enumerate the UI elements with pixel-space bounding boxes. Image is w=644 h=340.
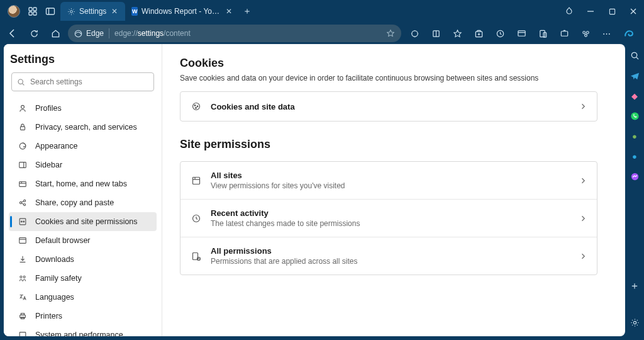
svg-point-44: [23, 221, 25, 222]
share-icon: [18, 198, 28, 208]
search-icon: [17, 78, 25, 86]
cookie-icon: [191, 101, 202, 112]
svg-point-58: [193, 103, 200, 110]
row-title: All sites: [211, 171, 570, 180]
settings-heading: Settings: [10, 53, 153, 66]
nav-item-languages[interactable]: Languages: [9, 288, 157, 307]
svg-line-40: [21, 201, 24, 203]
back-button[interactable]: [4, 25, 21, 42]
profile-avatar[interactable]: [8, 5, 20, 18]
new-tab-button[interactable]: ＋: [238, 2, 256, 21]
row-title: Cookies and site data: [211, 102, 570, 111]
lang-icon: [18, 292, 28, 302]
history-icon[interactable]: [492, 25, 508, 42]
nav-item-share-copy-and-paste[interactable]: Share, copy and paste: [9, 193, 157, 212]
chip-label: Edge: [86, 29, 104, 38]
nav-item-printers[interactable]: Printers: [9, 307, 157, 326]
row-subtitle: The latest changes made to site permissi…: [211, 219, 570, 228]
close-window-button[interactable]: [623, 0, 644, 23]
extensions-icon[interactable]: [406, 25, 423, 42]
svg-point-61: [196, 108, 197, 109]
favorites-icon[interactable]: [449, 25, 465, 42]
svg-point-47: [20, 276, 22, 278]
search-sidebar-icon[interactable]: [628, 49, 641, 62]
app-icon[interactable]: [513, 25, 530, 42]
nav-item-default-browser[interactable]: Default browser: [9, 231, 157, 250]
nav-item-sidebar[interactable]: Sidebar: [9, 156, 157, 174]
copilot-icon[interactable]: [620, 25, 636, 42]
section-title-cookies: Cookies: [180, 57, 597, 70]
chevron-right-icon: [579, 215, 587, 222]
collections-icon[interactable]: [470, 25, 487, 42]
edge-icon: [74, 30, 82, 38]
refresh-button[interactable]: [25, 25, 43, 42]
url-text: edge://settings/content: [114, 29, 191, 38]
messenger-icon[interactable]: [628, 170, 641, 183]
home-button[interactable]: [47, 25, 64, 42]
send-to-device-icon[interactable]: [535, 25, 551, 42]
screenshot-icon[interactable]: [556, 25, 572, 42]
minimize-button[interactable]: [580, 0, 601, 23]
nav-item-label: Printers: [35, 312, 62, 320]
tab-actions-icon[interactable]: [45, 6, 55, 16]
address-bar[interactable]: Edge edge://settings/content: [68, 25, 401, 42]
nav-item-downloads[interactable]: Downloads: [9, 250, 157, 269]
add-sidebar-item-button[interactable]: ＋: [628, 280, 641, 292]
more-menu-icon[interactable]: ⋯: [599, 25, 615, 42]
svg-line-28: [23, 83, 25, 85]
svg-rect-30: [21, 127, 25, 130]
nav-item-label: Profiles: [35, 104, 62, 113]
svg-rect-32: [19, 162, 26, 168]
row-all-sites[interactable]: All sitesView permissions for sites you'…: [180, 162, 597, 199]
app-icon-3[interactable]: ●: [628, 150, 641, 162]
svg-rect-62: [193, 177, 200, 184]
maximize-button[interactable]: [601, 0, 623, 23]
row-subtitle: Permissions that are applied across all …: [211, 257, 570, 266]
nav-item-label: Sidebar: [35, 161, 62, 169]
svg-rect-1: [33, 8, 36, 11]
page-content: Settings ProfilesPrivacy, search, and se…: [4, 44, 625, 336]
row-cookies-site-data[interactable]: Cookies and site data: [180, 92, 597, 121]
nav-item-appearance[interactable]: Appearance: [9, 137, 157, 156]
row-recent-activity[interactable]: Recent activityThe latest changes made t…: [180, 199, 597, 237]
tab-windows-report[interactable]: W Windows Report - Your go-to sou… ✕: [125, 2, 238, 21]
row-icon: [191, 251, 202, 262]
row-title: All permissions: [211, 246, 570, 256]
read-aloud-icon[interactable]: [428, 25, 444, 42]
telegram-icon[interactable]: [628, 69, 641, 82]
nav-item-start-home-and-new-tabs[interactable]: Start, home, and new tabs: [9, 174, 157, 193]
app-icon-2[interactable]: ●: [628, 130, 641, 142]
extensions-puzzle-icon[interactable]: [577, 25, 594, 42]
row-title: Recent activity: [211, 208, 570, 218]
app-icon-1[interactable]: ◆: [628, 89, 641, 102]
sidebar-settings-icon[interactable]: [628, 316, 641, 329]
nav-item-label: Privacy, search, and services: [35, 123, 137, 132]
close-icon[interactable]: ✕: [110, 7, 119, 16]
nav-item-cookies-and-site-permissions[interactable]: Cookies and site permissions: [9, 212, 157, 231]
nav-item-privacy-search-and-services[interactable]: Privacy, search, and services: [9, 118, 157, 137]
titlebar-left: [0, 5, 55, 18]
window-titlebar: Settings ✕ W Windows Report - Your go-to…: [0, 0, 644, 23]
site-identity-chip[interactable]: Edge: [74, 29, 104, 38]
browser-icon: [18, 235, 28, 246]
tab-settings[interactable]: Settings ✕: [60, 2, 125, 21]
row-all-permissions[interactable]: All permissionsPermissions that are appl…: [180, 237, 597, 275]
nav-item-system-and-performance[interactable]: System and performance: [9, 326, 157, 336]
palette-icon: [18, 141, 28, 151]
svg-point-43: [21, 221, 22, 222]
settings-sidebar: Settings ProfilesPrivacy, search, and se…: [4, 44, 162, 336]
svg-rect-45: [19, 238, 26, 244]
rewards-icon[interactable]: [558, 0, 580, 23]
workspaces-icon[interactable]: [28, 6, 38, 16]
whatsapp-icon[interactable]: [628, 110, 641, 122]
nav-item-family-safety[interactable]: Family safety: [9, 269, 157, 288]
site-favicon-icon: W: [131, 7, 138, 16]
settings-search[interactable]: [11, 72, 154, 91]
svg-point-37: [19, 201, 21, 203]
favorite-star-icon[interactable]: [386, 29, 395, 38]
nav-item-label: System and performance: [35, 331, 123, 336]
close-icon[interactable]: ✕: [226, 7, 232, 16]
nav-item-profiles[interactable]: Profiles: [9, 99, 157, 118]
svg-point-6: [70, 10, 72, 13]
settings-search-input[interactable]: [30, 77, 148, 86]
